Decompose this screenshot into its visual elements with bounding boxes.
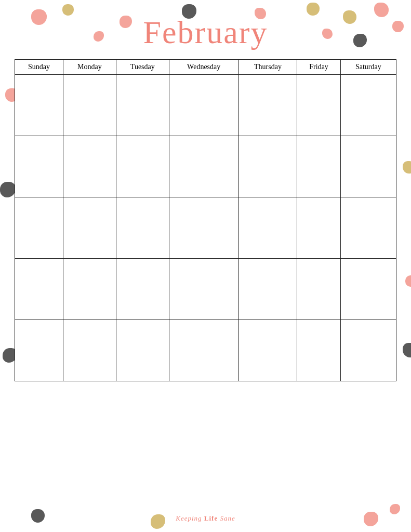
footer-sane: Sane (220, 514, 235, 522)
calendar-cell (63, 136, 116, 197)
footer-keeping: Keeping (176, 514, 204, 522)
footer-life: Life (204, 514, 220, 522)
calendar-cell (116, 197, 169, 259)
calendar-cell (116, 320, 169, 381)
calendar-wrapper: Sunday Monday Tuesday Wednesday Thursday… (15, 59, 396, 381)
calendar-row (15, 320, 396, 381)
calendar-cell (238, 259, 297, 320)
footer-text: Keeping Life Sane (176, 514, 235, 522)
calendar-cell (169, 197, 238, 259)
calendar-cell (297, 259, 340, 320)
calendar-cell (116, 259, 169, 320)
col-tuesday: Tuesday (116, 60, 169, 75)
calendar-cell (116, 75, 169, 136)
calendar-cell (340, 136, 396, 197)
calendar-row (15, 197, 396, 259)
calendar-cell (340, 259, 396, 320)
calendar-cell (63, 75, 116, 136)
calendar-cell (238, 75, 297, 136)
col-saturday: Saturday (340, 60, 396, 75)
calendar-cell (297, 320, 340, 381)
decorative-dot (0, 182, 16, 197)
calendar-cell (340, 320, 396, 381)
calendar-cell (63, 197, 116, 259)
calendar-cell (297, 136, 340, 197)
decorative-dot (403, 343, 411, 357)
calendar-cell (15, 136, 63, 197)
calendar-row (15, 136, 396, 197)
col-thursday: Thursday (238, 60, 297, 75)
calendar-cell (169, 259, 238, 320)
decorative-dot (390, 504, 400, 514)
calendar-table: Sunday Monday Tuesday Wednesday Thursday… (15, 59, 396, 381)
calendar-cell (169, 320, 238, 381)
col-friday: Friday (297, 60, 340, 75)
calendar-cell (238, 136, 297, 197)
calendar-cell (238, 197, 297, 259)
decorative-dot (403, 161, 411, 174)
calendar-cell (169, 136, 238, 197)
calendar-cell (63, 259, 116, 320)
calendar-header: February (0, 0, 411, 55)
calendar-row (15, 75, 396, 136)
calendar-page: February Sunday Monday Tuesday Wednesday… (0, 0, 411, 532)
calendar-cell (15, 259, 63, 320)
month-title: February (0, 15, 411, 50)
decorative-dot (405, 275, 411, 287)
calendar-row (15, 259, 396, 320)
calendar-cell (340, 75, 396, 136)
col-monday: Monday (63, 60, 116, 75)
calendar-cell (238, 320, 297, 381)
calendar-cell (63, 320, 116, 381)
calendar-cell (169, 75, 238, 136)
calendar-cell (15, 75, 63, 136)
calendar-cell (297, 75, 340, 136)
calendar-cell (15, 197, 63, 259)
col-sunday: Sunday (15, 60, 63, 75)
calendar-cell (297, 197, 340, 259)
calendar-cell (340, 197, 396, 259)
col-wednesday: Wednesday (169, 60, 238, 75)
calendar-cell (15, 320, 63, 381)
days-header-row: Sunday Monday Tuesday Wednesday Thursday… (15, 60, 396, 75)
calendar-cell (116, 136, 169, 197)
footer: Keeping Life Sane (0, 513, 411, 523)
